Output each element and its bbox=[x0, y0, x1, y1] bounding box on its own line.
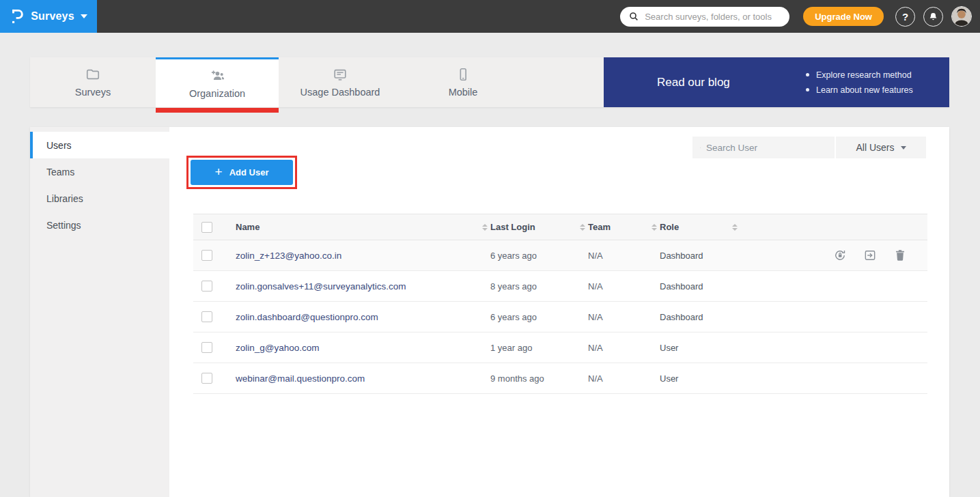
last-login-value: 6 years ago bbox=[490, 312, 537, 322]
team-value: N/A bbox=[588, 343, 603, 353]
help-button[interactable]: ? bbox=[895, 7, 915, 27]
questionpro-logo-icon bbox=[10, 8, 25, 25]
chevron-down-icon bbox=[901, 146, 906, 150]
add-user-button[interactable]: + Add User bbox=[191, 160, 293, 185]
delete-user-icon[interactable] bbox=[893, 248, 907, 262]
table-row[interactable]: zolin.gonsalves+11@surveyanalytics.com 8… bbox=[193, 271, 927, 302]
user-email-link[interactable]: zolin.dashboard@questionpro.com bbox=[236, 312, 378, 322]
users-main-area: All Users + Add User Name Last Login bbox=[169, 127, 949, 497]
row-checkbox[interactable] bbox=[201, 311, 212, 322]
login-as-user-icon[interactable] bbox=[863, 248, 877, 262]
header-actions: Upgrade Now ? bbox=[620, 0, 972, 33]
global-search[interactable] bbox=[620, 7, 789, 27]
upgrade-now-button[interactable]: Upgrade Now bbox=[803, 7, 884, 26]
sort-icon-name[interactable] bbox=[482, 224, 488, 231]
team-value: N/A bbox=[588, 373, 603, 384]
user-email-link[interactable]: zolin_z+123@yahoo.co.in bbox=[236, 251, 341, 261]
user-email-link[interactable]: webinar@mail.questionpro.com bbox=[236, 373, 365, 384]
search-icon bbox=[628, 11, 639, 22]
team-value: N/A bbox=[588, 312, 603, 322]
column-header-role: Role bbox=[660, 222, 679, 232]
user-email-link[interactable]: zolin.gonsalves+11@surveyanalytics.com bbox=[236, 281, 406, 292]
role-value: Dashboard bbox=[660, 312, 703, 322]
search-user-input[interactable] bbox=[706, 143, 827, 153]
tab-mobile[interactable]: Mobile bbox=[402, 57, 524, 107]
sidebar-item-settings[interactable]: Settings bbox=[30, 212, 169, 238]
last-login-value: 9 months ago bbox=[490, 373, 544, 384]
users-table: Name Last Login Team Role bbox=[193, 214, 927, 394]
folder-icon bbox=[85, 67, 100, 82]
users-table-body: zolin_z+123@yahoo.co.in 6 years ago N/A … bbox=[193, 240, 927, 394]
last-login-value: 6 years ago bbox=[490, 251, 537, 261]
row-checkbox[interactable] bbox=[201, 281, 212, 292]
tab-strip-filler bbox=[524, 57, 604, 107]
mobile-icon bbox=[456, 67, 471, 82]
annotation-underline-organization bbox=[156, 108, 279, 113]
user-filter-dropdown[interactable]: All Users bbox=[836, 137, 926, 158]
tab-usage-dashboard[interactable]: Usage Dashboard bbox=[279, 57, 402, 107]
tab-label: Organization bbox=[189, 88, 245, 99]
organization-sidebar: Users Teams Libraries Settings bbox=[30, 127, 169, 497]
dashboard-icon bbox=[333, 67, 348, 82]
team-value: N/A bbox=[588, 281, 603, 292]
role-value: Dashboard bbox=[660, 251, 703, 261]
row-checkbox[interactable] bbox=[201, 373, 212, 384]
reset-password-icon[interactable] bbox=[833, 248, 847, 262]
tab-surveys[interactable]: Surveys bbox=[30, 57, 156, 107]
product-name: Surveys bbox=[31, 10, 74, 23]
blog-banner[interactable]: Read our blog Explore research method Le… bbox=[604, 57, 949, 107]
team-value: N/A bbox=[588, 251, 603, 261]
user-filter-value: All Users bbox=[856, 142, 894, 153]
blog-bullet: Learn about new features bbox=[806, 83, 913, 98]
sidebar-item-teams[interactable]: Teams bbox=[30, 158, 169, 185]
avatar-photo bbox=[952, 7, 971, 26]
annotation-box-add-user: + Add User bbox=[186, 156, 297, 189]
last-login-value: 1 year ago bbox=[490, 343, 532, 353]
notifications-button[interactable] bbox=[923, 7, 943, 27]
last-login-value: 8 years ago bbox=[490, 281, 537, 292]
add-people-icon bbox=[210, 68, 225, 83]
chevron-down-icon bbox=[81, 14, 87, 18]
sidebar-item-users[interactable]: Users bbox=[30, 132, 169, 158]
column-header-last-login: Last Login bbox=[490, 222, 535, 232]
column-header-team: Team bbox=[588, 222, 611, 232]
tab-label: Mobile bbox=[449, 87, 478, 98]
table-row[interactable]: zolin_z+123@yahoo.co.in 6 years ago N/A … bbox=[193, 240, 927, 271]
users-table-header: Name Last Login Team Role bbox=[193, 214, 927, 240]
organization-panel: Users Teams Libraries Settings All Users… bbox=[30, 127, 949, 497]
tab-organization[interactable]: Organization bbox=[156, 57, 279, 107]
column-header-name: Name bbox=[236, 222, 260, 232]
table-row[interactable]: webinar@mail.questionpro.com 9 months ag… bbox=[193, 363, 927, 394]
tab-label: Surveys bbox=[75, 87, 111, 98]
blog-bullet: Explore research method bbox=[806, 68, 913, 83]
sort-icon-role[interactable] bbox=[732, 224, 738, 231]
role-value: User bbox=[660, 373, 678, 384]
search-user-box[interactable] bbox=[692, 137, 835, 158]
product-switcher[interactable]: Surveys bbox=[0, 0, 97, 33]
sort-icon-last-login[interactable] bbox=[580, 224, 585, 231]
blog-banner-bullets: Explore research method Learn about new … bbox=[806, 68, 913, 98]
user-email-link[interactable]: zolin_g@yahoo.com bbox=[236, 343, 320, 353]
select-all-checkbox[interactable] bbox=[201, 222, 212, 233]
row-checkbox[interactable] bbox=[201, 250, 212, 261]
add-user-label: Add User bbox=[229, 167, 269, 178]
section-tabs: Surveys Organization Usage Dashboard Mob… bbox=[30, 57, 949, 107]
table-row[interactable]: zolin.dashboard@questionpro.com 6 years … bbox=[193, 302, 927, 332]
blog-banner-title: Read our blog bbox=[657, 76, 806, 89]
row-checkbox[interactable] bbox=[201, 342, 212, 353]
sort-icon-team[interactable] bbox=[652, 224, 657, 231]
role-value: User bbox=[660, 343, 678, 353]
user-avatar[interactable] bbox=[951, 6, 972, 27]
global-search-input[interactable] bbox=[645, 12, 781, 22]
sidebar-item-libraries[interactable]: Libraries bbox=[30, 185, 169, 212]
role-value: Dashboard bbox=[660, 281, 703, 292]
tab-label: Usage Dashboard bbox=[300, 87, 380, 98]
table-row[interactable]: zolin_g@yahoo.com 1 year ago N/A User bbox=[193, 332, 927, 363]
plus-icon: + bbox=[215, 165, 223, 178]
app-header: Surveys Upgrade Now ? bbox=[0, 0, 980, 33]
bell-icon bbox=[928, 12, 938, 22]
search-icon bbox=[700, 143, 701, 153]
